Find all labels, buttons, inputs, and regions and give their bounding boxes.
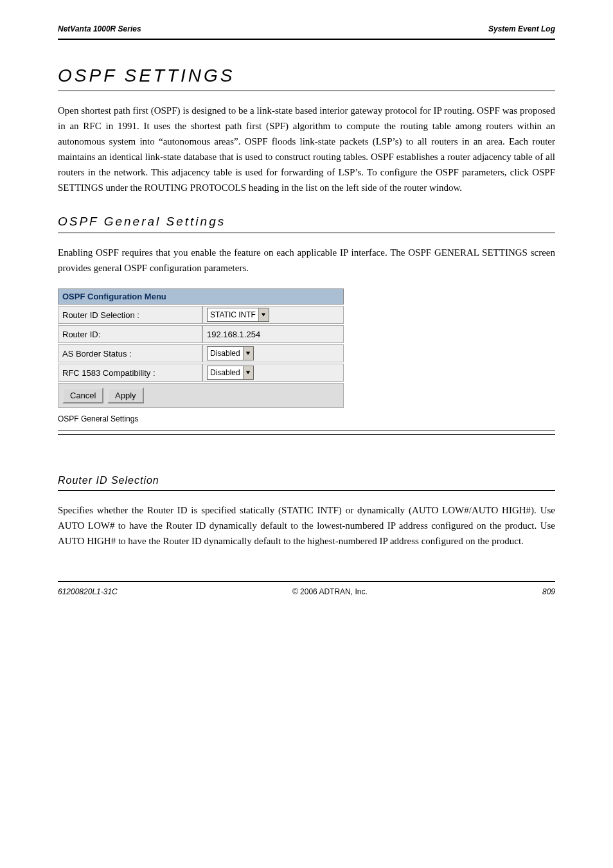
- section-rule: [58, 90, 555, 91]
- ospf-intro-text: Open shortest path first (OSPF) is desig…: [58, 103, 555, 195]
- figure-rule-top: [58, 430, 555, 430]
- panel-button-row: Cancel Apply: [58, 383, 344, 408]
- page-header: NetVanta 1000R Series System Event Log: [58, 0, 555, 40]
- row-router-id-selection: Router ID Selection : STATIC INTF: [58, 306, 344, 324]
- ospf-config-panel: OSPF Configuration Menu Router ID Select…: [58, 287, 555, 423]
- cancel-button[interactable]: Cancel: [62, 387, 103, 403]
- as-border-dropdown[interactable]: Disabled: [207, 346, 254, 360]
- subheading-rule: [58, 233, 555, 233]
- param-body: Specifies whether the Router ID is speci…: [58, 502, 555, 549]
- figure-rule-bottom: [58, 434, 555, 435]
- chevron-down-icon: [258, 308, 269, 321]
- apply-button[interactable]: Apply: [107, 387, 144, 403]
- footer-rule: [58, 581, 555, 582]
- router-id-selection-dropdown[interactable]: STATIC INTF: [207, 308, 269, 322]
- rfc1583-value: Disabled: [208, 368, 243, 377]
- footer-mid: © 2006 ADTRAN, Inc.: [292, 587, 368, 596]
- label-router-id: Router ID:: [58, 325, 202, 343]
- param-rule: [58, 490, 555, 491]
- row-router-id: Router ID: 192.168.1.254: [58, 325, 344, 343]
- row-as-border-status: AS Border Status : Disabled: [58, 344, 344, 362]
- label-router-id-selection: Router ID Selection :: [58, 306, 202, 324]
- rfc1583-dropdown[interactable]: Disabled: [207, 366, 254, 380]
- header-left: NetVanta 1000R Series: [58, 24, 141, 33]
- panel-title: OSPF Configuration Menu: [58, 288, 344, 305]
- header-rule: [58, 39, 555, 40]
- figure-caption: OSPF General Settings: [58, 414, 555, 423]
- footer-right: 809: [542, 587, 555, 596]
- chevron-down-icon: [243, 366, 253, 379]
- param-heading: Router ID Selection: [58, 475, 555, 486]
- router-id-selection-value: STATIC INTF: [208, 310, 258, 319]
- subheading-general-settings: OSPF General Settings: [58, 215, 555, 229]
- footer-left: 61200820L1-31C: [58, 587, 118, 596]
- label-as-border: AS Border Status :: [58, 344, 202, 362]
- svg-marker-2: [246, 371, 250, 375]
- page-footer: 61200820L1-31C © 2006 ADTRAN, Inc. 809: [58, 581, 555, 616]
- svg-marker-0: [262, 314, 265, 317]
- chevron-down-icon: [243, 347, 253, 360]
- label-rfc1583: RFC 1583 Compatibility :: [58, 364, 202, 382]
- value-router-id: 192.168.1.254: [202, 325, 344, 343]
- ospf-general-intro: Enabling OSPF requires that you enable t…: [58, 245, 555, 276]
- as-border-value: Disabled: [208, 349, 243, 358]
- section-heading-ospf: OSPF SETTINGS: [58, 66, 555, 86]
- svg-marker-1: [246, 352, 250, 355]
- row-rfc1583: RFC 1583 Compatibility : Disabled: [58, 364, 344, 382]
- header-right: System Event Log: [488, 24, 555, 33]
